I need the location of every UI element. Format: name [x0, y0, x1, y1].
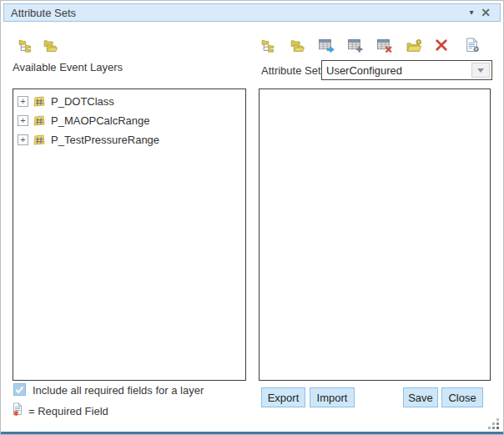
- table-add-icon: [348, 38, 364, 53]
- export-button[interactable]: Export: [261, 387, 305, 407]
- available-event-layers-label: Available Event Layers: [13, 61, 123, 73]
- include-required-fields-checkbox[interactable]: [13, 383, 26, 396]
- import-button[interactable]: Import: [310, 387, 355, 407]
- include-required-fields-label: Include all required fields for a layer: [33, 384, 204, 397]
- attribute-set-contents-list[interactable]: [259, 89, 491, 381]
- tree-row-p-maopcalcrange[interactable]: + P_MAOPCalcRange: [13, 111, 245, 130]
- save-button[interactable]: Save: [403, 387, 438, 407]
- add-table-button[interactable]: [347, 38, 364, 53]
- available-event-layers-list[interactable]: + P_DOTClass + P_MAOPCalcRang: [13, 89, 246, 381]
- expand-set-button[interactable]: [260, 38, 276, 53]
- folder-new-icon: [406, 38, 422, 53]
- table-delete-icon: [377, 38, 393, 53]
- layer-label: P_TestPressureRange: [51, 134, 159, 146]
- tree-row-p-testpressurerange[interactable]: + P_TestPressureRange: [13, 130, 245, 149]
- remove-table-button[interactable]: [376, 38, 393, 53]
- expand-plus-icon[interactable]: +: [18, 115, 28, 126]
- close-icon[interactable]: ✕: [478, 5, 493, 20]
- required-field-legend-label: = Required Field: [28, 405, 108, 417]
- tree-row-p-dotclass[interactable]: + P_DOTClass: [13, 92, 245, 111]
- report-settings-icon: [465, 38, 479, 53]
- combobox-dropdown-button[interactable]: [471, 63, 490, 78]
- collapse-layers-button[interactable]: [42, 38, 58, 53]
- expand-layers-button[interactable]: [17, 38, 33, 53]
- resize-grip[interactable]: [487, 417, 500, 430]
- export-table-button[interactable]: [318, 38, 335, 53]
- folders-icon: [290, 38, 305, 53]
- titlebar-menu-icon[interactable]: ▾: [465, 6, 478, 19]
- expand-plus-icon[interactable]: +: [18, 96, 28, 107]
- titlebar: Attribute Sets ▾ ✕: [3, 3, 501, 22]
- attribute-set-properties-button[interactable]: [463, 38, 480, 53]
- collapse-set-button[interactable]: [289, 38, 305, 53]
- tree-expand-icon: [18, 38, 33, 53]
- layer-label: P_MAOPCalcRange: [51, 114, 150, 127]
- red-x-icon: [436, 39, 447, 51]
- attribute-set-label: Attribute Set:: [261, 64, 324, 77]
- event-layer-icon: [33, 95, 46, 109]
- check-icon: [15, 386, 24, 394]
- layer-label: P_DOTClass: [51, 95, 114, 108]
- event-layer-icon: [33, 114, 46, 128]
- expand-plus-icon[interactable]: +: [18, 134, 28, 145]
- table-arrow-icon: [319, 38, 335, 53]
- delete-attribute-set-button[interactable]: [433, 38, 450, 53]
- required-field-icon: [11, 402, 24, 417]
- close-button[interactable]: Close: [441, 387, 483, 407]
- event-layer-icon: [33, 134, 46, 147]
- attribute-sets-window: Attribute Sets ▾ ✕: [0, 0, 504, 435]
- window-title: Attribute Sets: [11, 7, 76, 19]
- chevron-down-icon: [477, 68, 484, 73]
- new-attribute-set-button[interactable]: [406, 38, 422, 53]
- folders-icon: [43, 38, 58, 53]
- attribute-set-value: UserConfigured: [322, 64, 471, 77]
- event-layer-tree: + P_DOTClass + P_MAOPCalcRang: [13, 89, 245, 149]
- tree-expand-icon: [261, 38, 275, 53]
- window-bottom-edge: [1, 432, 503, 434]
- attribute-set-combobox[interactable]: UserConfigured: [321, 60, 492, 80]
